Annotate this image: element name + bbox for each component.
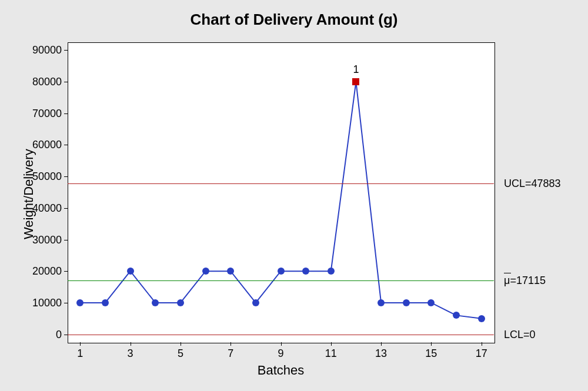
outlier-point <box>352 78 359 85</box>
data-point <box>403 299 410 306</box>
mean-value: =17115 <box>510 275 546 286</box>
data-point <box>377 299 385 306</box>
lcl-label: LCL=0 <box>504 329 536 341</box>
data-point <box>478 315 485 322</box>
mean-label: μ=17115 <box>504 275 546 287</box>
data-point <box>278 268 285 275</box>
data-point <box>252 299 259 306</box>
data-point <box>202 268 209 275</box>
data-point <box>177 299 184 306</box>
chart-line <box>0 0 588 391</box>
data-point <box>102 299 109 306</box>
mean-mu: μ <box>504 275 510 286</box>
mean-line <box>68 280 494 281</box>
ucl-line <box>68 183 494 184</box>
outlier-label: 1 <box>353 64 359 76</box>
mu-bar-icon <box>504 273 511 273</box>
data-point <box>328 268 335 275</box>
ucl-label: UCL=47883 <box>504 178 561 190</box>
lcl-line <box>68 335 494 335</box>
data-point <box>127 268 134 275</box>
